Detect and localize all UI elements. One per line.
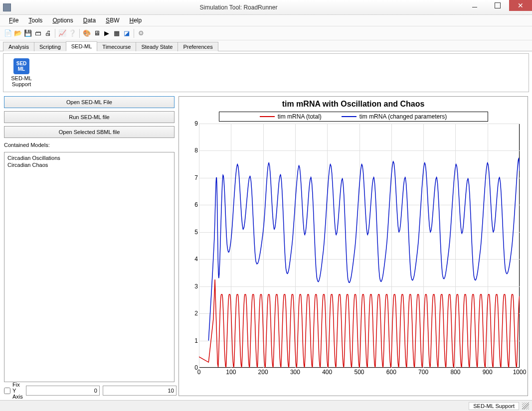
tab-preferences[interactable]: Preferences xyxy=(177,42,218,51)
open-sbml-button[interactable]: Open Selected SBML file xyxy=(4,126,175,138)
menu-help[interactable]: Help xyxy=(124,15,147,25)
separator xyxy=(55,29,55,38)
y-axis: 0123456789 xyxy=(184,124,198,368)
legend-swatch-blue xyxy=(342,116,356,117)
legend-item-total: tim mRNA (total) xyxy=(260,113,322,120)
plot-svg xyxy=(199,124,520,368)
ribbon: SEDML SED-ML Support xyxy=(3,53,529,92)
open-sedml-button[interactable]: Open SED-ML File xyxy=(4,96,175,108)
ribbon-sedml-support[interactable]: SEDML SED-ML Support xyxy=(6,58,36,87)
resize-grip[interactable] xyxy=(522,403,529,410)
legend-item-changed: tim mRNA (changed parameters) xyxy=(342,113,447,120)
tabstrip: Analysis Scripting SED-ML Timecourse Ste… xyxy=(0,40,532,51)
save-all-icon[interactable]: 🗃 xyxy=(34,29,42,37)
sedml-icon: SEDML xyxy=(13,58,29,74)
x-axis: 01002003004005006007008009001000 xyxy=(199,369,520,379)
menu-file[interactable]: File xyxy=(4,15,23,25)
menu-options[interactable]: Options xyxy=(47,15,78,25)
tab-scripting[interactable]: Scripting xyxy=(34,42,66,51)
menu-data[interactable]: Data xyxy=(78,15,101,25)
display-icon[interactable]: 🖥 xyxy=(93,29,101,37)
close-button[interactable]: ✕ xyxy=(509,0,532,11)
app-icon xyxy=(3,3,11,11)
y-max-input[interactable] xyxy=(103,386,177,396)
chart-title: tim mRNA with Oscillation and Chaos xyxy=(179,97,528,110)
print-icon[interactable]: 🖨 xyxy=(44,29,52,37)
maximize-button[interactable] xyxy=(486,0,509,11)
legend: tim mRNA (total) tim mRNA (changed param… xyxy=(219,112,488,122)
chart-panel: tim mRNA with Oscillation and Chaos tim … xyxy=(178,96,528,396)
plot-area: 0123456789 01002003004005006007008009001… xyxy=(199,124,520,368)
toolbar: 📄 📂 💾 🗃 🖨 📈 ❔ 🎨 🖥 ▶ ▦ ◪ ⚙ xyxy=(0,26,532,40)
tab-timecourse[interactable]: Timecourse xyxy=(97,42,136,51)
new-icon[interactable]: 📄 xyxy=(4,29,12,37)
grid-icon[interactable]: ▦ xyxy=(113,29,121,37)
tab-steadystate[interactable]: Steady State xyxy=(136,42,178,51)
menu-tools[interactable]: Tools xyxy=(23,15,47,25)
chart-icon[interactable]: 📈 xyxy=(58,29,66,37)
statusbar: SED-ML Support xyxy=(0,400,532,411)
palette-icon[interactable]: 🎨 xyxy=(83,29,91,37)
menu-sbw[interactable]: SBW xyxy=(101,15,124,25)
minimize-button[interactable] xyxy=(463,0,486,11)
app2-icon[interactable]: ◪ xyxy=(123,29,131,37)
ribbon-label: SED-ML Support xyxy=(6,75,36,87)
tab-sedml[interactable]: SED-ML xyxy=(66,41,98,51)
run-icon[interactable]: ▶ xyxy=(103,29,111,37)
save-icon[interactable]: 💾 xyxy=(24,29,32,37)
list-item[interactable]: Circadian Chaos xyxy=(6,161,172,168)
models-listbox[interactable]: Circadian Oscillations Circadian Chaos xyxy=(4,152,175,382)
legend-swatch-red xyxy=(260,116,275,117)
separator xyxy=(79,29,80,38)
separator xyxy=(134,29,134,38)
titlebar: Simulation Tool: RoadRunner ✕ xyxy=(0,0,532,15)
fix-y-label: Fix Y Axis xyxy=(12,382,23,400)
gear-icon[interactable]: ⚙ xyxy=(137,29,145,37)
status-text: SED-ML Support xyxy=(469,402,519,410)
legend-label: tim mRNA (changed parameters) xyxy=(359,113,447,120)
window-title: Simulation Tool: RoadRunner xyxy=(14,4,463,11)
fix-y-checkbox[interactable]: Fix Y Axis xyxy=(4,382,23,400)
fix-y-input[interactable] xyxy=(4,388,10,394)
menubar: File Tools Options Data SBW Help xyxy=(0,15,532,26)
run-sedml-button[interactable]: Run SED-ML file xyxy=(4,111,175,123)
tab-analysis[interactable]: Analysis xyxy=(3,42,34,51)
left-panel: Open SED-ML File Run SED-ML file Open Se… xyxy=(4,96,175,396)
y-min-input[interactable] xyxy=(26,386,100,396)
contained-models-label: Contained Models: xyxy=(4,141,175,149)
open-icon[interactable]: 📂 xyxy=(14,29,22,37)
list-item[interactable]: Circadian Oscillations xyxy=(6,154,172,161)
legend-label: tim mRNA (total) xyxy=(278,113,322,120)
help-round-icon[interactable]: ❔ xyxy=(68,29,76,37)
